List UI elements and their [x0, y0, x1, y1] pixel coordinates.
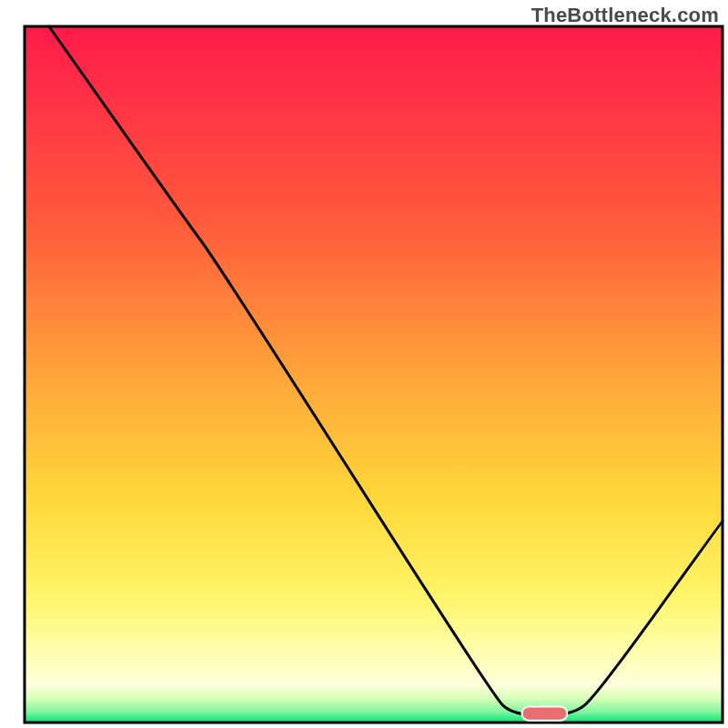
bottleneck-chart	[0, 0, 728, 728]
optimal-range-marker	[521, 706, 567, 720]
chart-container: TheBottleneck.com	[0, 0, 728, 728]
watermark-label: TheBottleneck.com	[531, 4, 719, 27]
gradient-background	[25, 26, 723, 723]
